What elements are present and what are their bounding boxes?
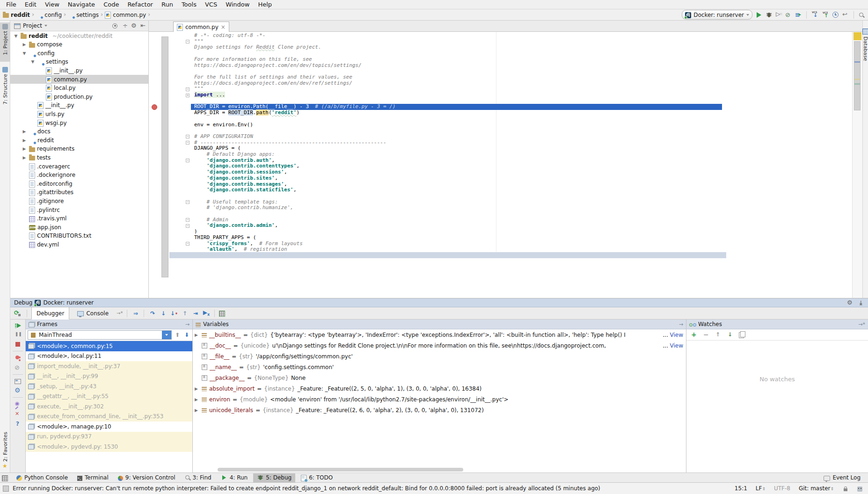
- variable-row-absolute_import[interactable]: ▶absolute_import={instance}_Feature: _Fe…: [193, 383, 686, 394]
- line-ending-widget[interactable]: LF⇕: [756, 485, 766, 492]
- variables-horizontal-scrollbar[interactable]: [218, 468, 463, 472]
- tree-item-dev-yml[interactable]: dev.yml: [10, 240, 148, 249]
- code-line[interactable]: 'allauth', # registration: [149, 247, 862, 253]
- sidebar-tab-favorites[interactable]: 2: Favorites: [0, 430, 10, 473]
- tree-arrow-collapsed-icon[interactable]: ▶: [22, 129, 27, 134]
- frame-row[interactable]: execute_from_command_line, __init__.py:3…: [26, 412, 192, 422]
- breadcrumb-item-config[interactable]: config: [36, 12, 62, 18]
- variable-row-unicode_literals[interactable]: ▶unicode_literals={instance}_Feature: _F…: [193, 405, 686, 415]
- run-to-cursor-button[interactable]: ⇥: [191, 310, 199, 317]
- fold-marker-icon[interactable]: −: [186, 242, 190, 246]
- tree-item-urls-py[interactable]: urls.py: [10, 109, 148, 118]
- run-with-params-button[interactable]: [795, 12, 802, 18]
- code-editor[interactable]: # -*- coding: utf-8 -*-−"""Django settin…: [149, 32, 862, 298]
- code-line[interactable]: −# -------------------------------------…: [149, 140, 862, 146]
- toolwindow-button-6-todo[interactable]: 6: TODO: [297, 473, 336, 482]
- toolwindow-button-5-debug[interactable]: 5: Debug: [253, 473, 295, 482]
- tree-arrow-expanded-icon[interactable]: ▼: [13, 34, 19, 38]
- search-everywhere-button[interactable]: [859, 12, 864, 18]
- code-line[interactable]: https://docs.djangoproject.com/en/dev/to…: [149, 63, 862, 69]
- code-line[interactable]: APPS_DIR = ROOT_DIR.path('reddit'): [149, 110, 862, 116]
- breadcrumb-item-common-py[interactable]: common.py: [105, 11, 146, 19]
- close-tab-icon[interactable]: ×: [221, 24, 226, 30]
- debug-settings-button[interactable]: [846, 299, 853, 306]
- fold-marker-icon[interactable]: −: [186, 40, 190, 44]
- frame-row[interactable]: <module>, manage.py:10: [26, 421, 192, 432]
- expand-arrow-icon[interactable]: ▶: [195, 333, 199, 337]
- git-branch-widget[interactable]: Git: master⇕: [799, 485, 834, 492]
- tree-item--dockerignore[interactable]: .dockerignore: [10, 171, 148, 180]
- menu-item-file[interactable]: File: [2, 1, 21, 8]
- tree-arrow-collapsed-icon[interactable]: ▶: [22, 42, 27, 47]
- fold-marker-icon[interactable]: +: [186, 94, 190, 97]
- move-watch-up-button[interactable]: [715, 332, 721, 338]
- close-button[interactable]: [15, 411, 21, 417]
- fold-marker-icon[interactable]: −: [186, 87, 190, 91]
- locate-file-button[interactable]: [112, 23, 117, 29]
- view-breakpoints-button[interactable]: [15, 355, 21, 361]
- tree-item-__init__-py[interactable]: __init__.py: [10, 101, 148, 110]
- mute-breakpoints-button[interactable]: [15, 364, 21, 371]
- menu-item-navigate[interactable]: Navigate: [64, 1, 99, 8]
- tree-item-tests[interactable]: ▶tests: [10, 153, 148, 162]
- tree-item-config[interactable]: ▼config: [10, 49, 148, 58]
- pause-button[interactable]: [15, 331, 21, 338]
- view-link[interactable]: View: [670, 342, 683, 349]
- code-line[interactable]: # 'django.contrib.humanize',: [149, 205, 862, 211]
- frame-row[interactable]: import_module, __init__.py:37: [26, 361, 192, 371]
- expand-arrow-icon[interactable]: ▶: [195, 386, 199, 391]
- tree-item--gitattributes[interactable]: .gitattributes: [10, 188, 148, 197]
- step-into-button[interactable]: ↓: [159, 310, 167, 317]
- tree-item--travis-yml[interactable]: .travis.yml: [10, 214, 148, 223]
- sidebar-tab-project[interactable]: 1: Project: [0, 22, 10, 62]
- tree-arrow-collapsed-icon[interactable]: ▶: [22, 146, 27, 151]
- step-out-button[interactable]: ↑: [181, 310, 189, 317]
- breadcrumb-item-settings[interactable]: settings: [68, 12, 99, 18]
- debug-button[interactable]: [766, 12, 772, 18]
- fold-marker-icon[interactable]: −: [186, 224, 190, 228]
- tree-item-common-py[interactable]: common.py: [10, 75, 148, 84]
- expand-arrow-icon[interactable]: ▶: [195, 408, 199, 413]
- tree-item-compose[interactable]: ▶compose: [10, 40, 148, 49]
- resume-button[interactable]: [17, 323, 21, 328]
- tree-item-local-py[interactable]: local.py: [10, 84, 148, 93]
- force-step-into-button[interactable]: ↓: [170, 310, 178, 317]
- variable-row-__file__[interactable]: __file__={str}'/app/config/settings/comm…: [193, 351, 686, 362]
- tree-arrow-collapsed-icon[interactable]: ▶: [22, 155, 27, 160]
- highlighting-level-icon[interactable]: [857, 487, 862, 492]
- breadcrumb-item-reddit[interactable]: reddit: [3, 12, 30, 18]
- tree-item-__init__-py[interactable]: __init__.py: [10, 66, 148, 75]
- menu-item-tools[interactable]: Tools: [177, 1, 201, 8]
- fold-marker-icon[interactable]: −: [186, 141, 190, 145]
- code-line[interactable]: [149, 116, 862, 122]
- fold-marker-icon[interactable]: −: [186, 135, 190, 138]
- code-line[interactable]: # -*- coding: utf-8 -*-: [149, 33, 862, 39]
- add-watch-button[interactable]: [690, 332, 697, 338]
- fold-marker-icon[interactable]: −: [186, 200, 190, 204]
- tree-item--pylintrc[interactable]: .pylintrc: [10, 205, 148, 214]
- project-panel-title[interactable]: Project: [14, 22, 47, 29]
- pin-tab-button[interactable]: [15, 401, 21, 407]
- menu-item-view[interactable]: View: [41, 1, 64, 8]
- view-as-table-button[interactable]: [219, 311, 225, 317]
- frame-row[interactable]: _setup, __init__.py:43: [26, 381, 192, 392]
- toolwindow-button-event-log[interactable]: Event Log: [820, 473, 864, 482]
- frame-row[interactable]: __getattr__, __init__.py:55: [26, 392, 192, 402]
- tree-arrow-expanded-icon[interactable]: ▼: [22, 51, 27, 56]
- pane-options-icon[interactable]: →: [185, 321, 190, 327]
- restore-layout-button[interactable]: [15, 379, 21, 384]
- frame-row[interactable]: run, pydevd.py:937: [26, 432, 192, 442]
- toolwindow-button-4-run[interactable]: 4: Run: [217, 473, 252, 482]
- variable-row-__name__[interactable]: __name__={str}'config.settings.common': [193, 362, 686, 372]
- thread-combo[interactable]: MainThread: [28, 330, 172, 340]
- code-line[interactable]: https://docs.djangoproject.com/en/dev/re…: [149, 80, 862, 87]
- profiler-button[interactable]: [785, 12, 792, 18]
- code-line[interactable]: +import ...: [149, 92, 862, 98]
- code-line[interactable]: 'django.contrib.staticfiles',: [149, 187, 862, 193]
- pane-options-icon[interactable]: →*: [858, 321, 865, 327]
- vcs-commit-button[interactable]: [822, 12, 829, 18]
- run-button[interactable]: [757, 12, 761, 18]
- tree-item--coveragerc[interactable]: .coveragerc: [10, 162, 148, 171]
- pane-options-icon[interactable]: →: [679, 321, 683, 327]
- view-link[interactable]: View: [670, 332, 683, 338]
